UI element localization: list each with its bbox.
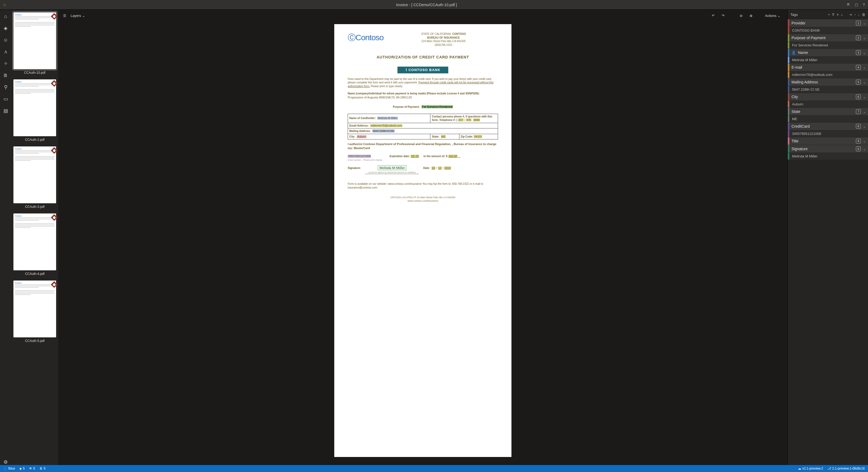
doc-icon[interactable]: 🗎 [3, 72, 8, 78]
settings-icon[interactable]: ⚙ [3, 459, 8, 465]
redo-icon[interactable]: ↷ [719, 12, 727, 19]
auth-text: I authorize Contoso Department of Profes… [348, 142, 498, 150]
tag-number: 8 [856, 124, 861, 129]
doc-title: AUTHORIZATION OF CREDIT CARD PAYMENT [348, 55, 498, 60]
tag-name: Provider [792, 21, 854, 25]
thumbnail-1[interactable]: ContosoCCAuth-2.pdf [13, 79, 56, 142]
tag-icon[interactable]: ◈ [3, 25, 8, 31]
up-icon[interactable]: ↑ [854, 12, 856, 16]
chevron-down-icon[interactable]: ⌄ [863, 51, 866, 55]
thumb-name: CCAuth-5.pdf [13, 339, 56, 343]
footer-address: OFFICES LOCATED AT 24 Main Street Palo A… [348, 196, 498, 202]
list-icon[interactable]: ≡ [837, 12, 839, 16]
layers-label: Layers [71, 14, 81, 18]
undo-icon[interactable]: ↶ [710, 12, 717, 19]
help-icon[interactable]: ? [863, 3, 865, 7]
footer-text: Form is available on our website: www.co… [348, 182, 498, 189]
thumbnail-4[interactable]: ContosoCCAuth-5.pdf [13, 280, 56, 343]
tag-purpose-of-payment[interactable]: Purpose of Payment2⌄ [788, 34, 868, 41]
status-doccount: 🗎 5 [39, 467, 45, 470]
tag-value: Auburn [788, 101, 868, 107]
tag-value: CONTOSO BANK [788, 27, 868, 34]
search-icon[interactable]: ⌕ [841, 12, 843, 16]
tag-number: 7 [856, 109, 861, 114]
layers-dropdown[interactable]: Layers ⌄ [68, 12, 87, 19]
tag-number: 6 [856, 94, 861, 99]
tag-value: For Services Rendered [788, 42, 868, 48]
tag-value: millermm76@outlook.com [788, 71, 868, 78]
statusbar: 👤 fblux ◈ 5 👁 5 🗎 5 ☁ v2.1-preview.2 ⎇ 2… [0, 465, 868, 472]
actions-label: Actions [765, 14, 776, 18]
panel-icon[interactable]: ▢ [855, 3, 858, 7]
indent-icon[interactable]: ⇥ [849, 12, 852, 16]
thumbnail-0[interactable]: ContosoCCAuth-10.pdf [13, 12, 56, 74]
tag-name: Signature [792, 147, 854, 151]
chevron-down-icon: ⌄ [777, 14, 780, 18]
tag-number: 9 [856, 139, 861, 143]
zoom-out-icon[interactable]: ⊖ [738, 12, 745, 19]
card-row: 345576551221008 (Card number – Please pr… [348, 155, 498, 162]
chevron-down-icon[interactable]: ⌄ [863, 80, 866, 84]
tag-state[interactable]: State7⌄ [788, 108, 868, 115]
tag-name: Mailing Address [792, 80, 854, 84]
signature-row: Signature: Melinda M Miller (must be sig… [348, 165, 498, 174]
tag-value: 345576551221008 [788, 130, 868, 137]
chevron-down-icon[interactable]: ⌄ [863, 110, 866, 114]
plug-icon[interactable]: ⚲ [3, 84, 8, 90]
document-page: ⒸContoso STATE OF CALIFORNIA: CONTOSO BU… [334, 24, 512, 457]
chevron-down-icon[interactable]: ⌄ [863, 95, 866, 99]
zoom-in-icon[interactable]: ⊕ [747, 12, 755, 19]
tag-number: 4 [856, 65, 861, 70]
chevron-down-icon[interactable]: ⌄ [863, 21, 866, 25]
name-label: Name (company/individual for whom paymen… [348, 92, 498, 96]
status-tagcount: ◈ 5 [19, 467, 25, 470]
thumbnail-3[interactable]: ContosoCCAuth-4.pdf [13, 213, 56, 276]
chevron-down-icon[interactable]: ⌄ [863, 139, 866, 143]
actions-dropdown[interactable]: Actions ⌄ [763, 12, 783, 19]
status-user: 👤 fblux [3, 467, 15, 470]
tag-mailing-address[interactable]: Mailing Address5⌄ [788, 78, 868, 86]
tag-value: 5647 228th Ct SE [788, 86, 868, 93]
tag-city[interactable]: City6⌄ [788, 93, 868, 101]
chevron-down-icon: ⌄ [82, 14, 85, 18]
home-icon[interactable]: ⌂ [3, 13, 8, 19]
tag-name[interactable]: 👤 Name3⌄ [788, 49, 868, 56]
tag-number: 0 [856, 146, 861, 151]
chevron-down-icon[interactable]: ⌄ [863, 36, 866, 40]
form-icon[interactable]: ▤ [3, 108, 8, 114]
tag-number: 5 [856, 80, 861, 85]
document-viewer[interactable]: ⒸContoso STATE OF CALIFORNIA: CONTOSO BU… [58, 22, 787, 465]
tag-value: Melinda M Miller [788, 153, 868, 160]
layers-icon: ☰ [63, 14, 66, 18]
chevron-down-icon[interactable]: ⌄ [863, 65, 866, 69]
down-icon[interactable]: ↓ [858, 12, 860, 16]
monkey-icon[interactable]: ☺ [3, 37, 8, 43]
add-tag-icon[interactable]: + [828, 12, 830, 16]
share-icon[interactable]: ⇱ [847, 3, 850, 7]
thumbnail-2[interactable]: ContosoCCAuth-3.pdf [13, 146, 56, 209]
tag-e-mail[interactable]: E-mail4⌄ [788, 64, 868, 71]
chevron-down-icon[interactable]: ⌄ [863, 125, 866, 129]
tag-title[interactable]: Title9⌄ [788, 137, 868, 145]
bank-logo: ⌇ CONTOSO BANK [397, 67, 448, 73]
tag-name: E-mail [792, 65, 854, 69]
bulb-icon[interactable]: ✧ [3, 61, 8, 67]
tag-number: 3 [856, 50, 861, 55]
status-version1: ☁ v2.1-preview.2 [798, 467, 823, 470]
tags-panel: Tags + ∇ ≡ ⌕ ⇥ ↑ ↓ 🗑 Provider1⌄CONTOSO B… [787, 10, 868, 465]
chevron-down-icon[interactable]: ⌄ [863, 147, 866, 151]
tag-provider[interactable]: Provider1⌄ [788, 19, 868, 27]
header-text: STATE OF CALIFORNIA: CONTOSO BUREAU OF I… [389, 32, 498, 47]
filter-icon[interactable]: ∇ [832, 12, 834, 16]
thumb-name: CCAuth-3.pdf [13, 205, 56, 209]
delete-icon[interactable]: 🗑 [862, 12, 865, 16]
tag-creditcard[interactable]: CreditCard8⌄ [788, 123, 868, 130]
id-icon[interactable]: ▭ [3, 96, 8, 102]
purpose-value: For Services Rendered [422, 105, 453, 108]
purpose-label: Purpose of Payment: [393, 105, 420, 108]
tag-number: 1 [856, 21, 861, 26]
tag-signature[interactable]: Signature0⌄ [788, 145, 868, 153]
titlebar: ◇ Invoice - [ CCDemo/CCAuth-10.pdf ] ⇱ ▢… [0, 0, 868, 10]
thumbnail-panel: ContosoCCAuth-10.pdfContosoCCAuth-2.pdfC… [11, 10, 58, 465]
merge-icon[interactable]: ⋏ [3, 49, 8, 55]
